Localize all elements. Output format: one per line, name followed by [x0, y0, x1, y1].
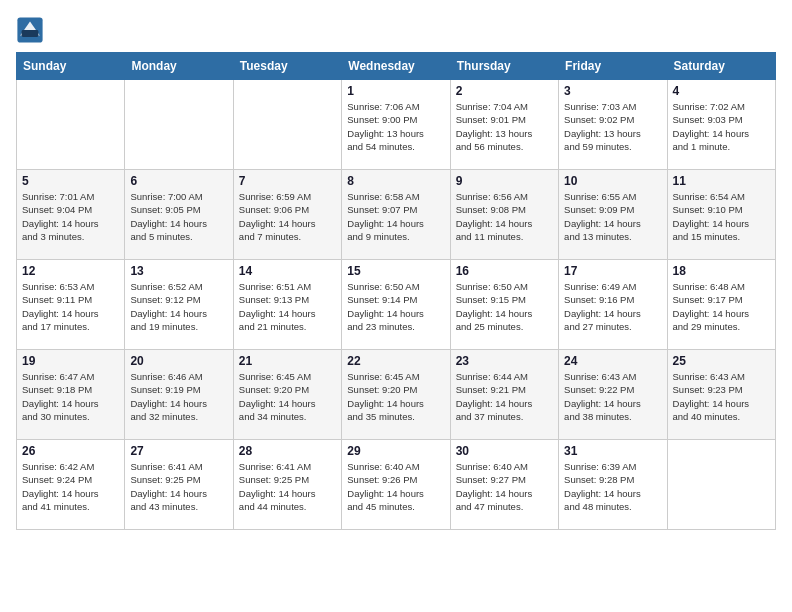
day-number: 14 [239, 264, 336, 278]
day-cell: 13Sunrise: 6:52 AMSunset: 9:12 PMDayligh… [125, 260, 233, 350]
day-cell: 19Sunrise: 6:47 AMSunset: 9:18 PMDayligh… [17, 350, 125, 440]
day-info: Sunrise: 7:00 AMSunset: 9:05 PMDaylight:… [130, 190, 227, 243]
day-number: 3 [564, 84, 661, 98]
day-info: Sunrise: 6:43 AMSunset: 9:22 PMDaylight:… [564, 370, 661, 423]
day-cell: 18Sunrise: 6:48 AMSunset: 9:17 PMDayligh… [667, 260, 775, 350]
day-number: 7 [239, 174, 336, 188]
page-header [16, 16, 776, 44]
day-cell: 11Sunrise: 6:54 AMSunset: 9:10 PMDayligh… [667, 170, 775, 260]
day-cell: 5Sunrise: 7:01 AMSunset: 9:04 PMDaylight… [17, 170, 125, 260]
day-info: Sunrise: 7:03 AMSunset: 9:02 PMDaylight:… [564, 100, 661, 153]
week-row-5: 26Sunrise: 6:42 AMSunset: 9:24 PMDayligh… [17, 440, 776, 530]
day-number: 4 [673, 84, 770, 98]
day-info: Sunrise: 6:59 AMSunset: 9:06 PMDaylight:… [239, 190, 336, 243]
day-info: Sunrise: 6:56 AMSunset: 9:08 PMDaylight:… [456, 190, 553, 243]
day-cell: 26Sunrise: 6:42 AMSunset: 9:24 PMDayligh… [17, 440, 125, 530]
day-cell: 27Sunrise: 6:41 AMSunset: 9:25 PMDayligh… [125, 440, 233, 530]
day-number: 24 [564, 354, 661, 368]
day-number: 2 [456, 84, 553, 98]
day-cell [233, 80, 341, 170]
day-number: 5 [22, 174, 119, 188]
day-info: Sunrise: 6:41 AMSunset: 9:25 PMDaylight:… [239, 460, 336, 513]
header-tuesday: Tuesday [233, 53, 341, 80]
day-info: Sunrise: 6:44 AMSunset: 9:21 PMDaylight:… [456, 370, 553, 423]
day-cell: 3Sunrise: 7:03 AMSunset: 9:02 PMDaylight… [559, 80, 667, 170]
week-row-1: 1Sunrise: 7:06 AMSunset: 9:00 PMDaylight… [17, 80, 776, 170]
day-info: Sunrise: 6:41 AMSunset: 9:25 PMDaylight:… [130, 460, 227, 513]
header-monday: Monday [125, 53, 233, 80]
day-info: Sunrise: 6:53 AMSunset: 9:11 PMDaylight:… [22, 280, 119, 333]
day-number: 6 [130, 174, 227, 188]
day-cell: 20Sunrise: 6:46 AMSunset: 9:19 PMDayligh… [125, 350, 233, 440]
day-number: 29 [347, 444, 444, 458]
calendar-header-row: SundayMondayTuesdayWednesdayThursdayFrid… [17, 53, 776, 80]
day-number: 23 [456, 354, 553, 368]
day-info: Sunrise: 7:01 AMSunset: 9:04 PMDaylight:… [22, 190, 119, 243]
day-number: 30 [456, 444, 553, 458]
day-info: Sunrise: 6:45 AMSunset: 9:20 PMDaylight:… [347, 370, 444, 423]
day-info: Sunrise: 7:06 AMSunset: 9:00 PMDaylight:… [347, 100, 444, 153]
day-cell [125, 80, 233, 170]
day-number: 16 [456, 264, 553, 278]
day-number: 25 [673, 354, 770, 368]
day-cell: 15Sunrise: 6:50 AMSunset: 9:14 PMDayligh… [342, 260, 450, 350]
day-info: Sunrise: 6:50 AMSunset: 9:14 PMDaylight:… [347, 280, 444, 333]
day-info: Sunrise: 6:48 AMSunset: 9:17 PMDaylight:… [673, 280, 770, 333]
day-number: 10 [564, 174, 661, 188]
day-info: Sunrise: 6:45 AMSunset: 9:20 PMDaylight:… [239, 370, 336, 423]
day-cell: 24Sunrise: 6:43 AMSunset: 9:22 PMDayligh… [559, 350, 667, 440]
day-cell: 31Sunrise: 6:39 AMSunset: 9:28 PMDayligh… [559, 440, 667, 530]
day-number: 12 [22, 264, 119, 278]
day-cell: 29Sunrise: 6:40 AMSunset: 9:26 PMDayligh… [342, 440, 450, 530]
header-saturday: Saturday [667, 53, 775, 80]
day-number: 19 [22, 354, 119, 368]
day-number: 21 [239, 354, 336, 368]
day-info: Sunrise: 6:51 AMSunset: 9:13 PMDaylight:… [239, 280, 336, 333]
header-thursday: Thursday [450, 53, 558, 80]
logo [16, 16, 48, 44]
week-row-2: 5Sunrise: 7:01 AMSunset: 9:04 PMDaylight… [17, 170, 776, 260]
day-cell: 22Sunrise: 6:45 AMSunset: 9:20 PMDayligh… [342, 350, 450, 440]
day-cell: 12Sunrise: 6:53 AMSunset: 9:11 PMDayligh… [17, 260, 125, 350]
day-number: 22 [347, 354, 444, 368]
day-number: 27 [130, 444, 227, 458]
day-cell: 23Sunrise: 6:44 AMSunset: 9:21 PMDayligh… [450, 350, 558, 440]
day-cell: 17Sunrise: 6:49 AMSunset: 9:16 PMDayligh… [559, 260, 667, 350]
day-number: 11 [673, 174, 770, 188]
day-cell: 16Sunrise: 6:50 AMSunset: 9:15 PMDayligh… [450, 260, 558, 350]
day-info: Sunrise: 6:39 AMSunset: 9:28 PMDaylight:… [564, 460, 661, 513]
day-cell: 1Sunrise: 7:06 AMSunset: 9:00 PMDaylight… [342, 80, 450, 170]
day-info: Sunrise: 6:49 AMSunset: 9:16 PMDaylight:… [564, 280, 661, 333]
day-info: Sunrise: 6:40 AMSunset: 9:26 PMDaylight:… [347, 460, 444, 513]
day-number: 13 [130, 264, 227, 278]
day-number: 17 [564, 264, 661, 278]
day-number: 8 [347, 174, 444, 188]
day-info: Sunrise: 6:52 AMSunset: 9:12 PMDaylight:… [130, 280, 227, 333]
day-info: Sunrise: 7:04 AMSunset: 9:01 PMDaylight:… [456, 100, 553, 153]
day-cell: 28Sunrise: 6:41 AMSunset: 9:25 PMDayligh… [233, 440, 341, 530]
day-cell: 30Sunrise: 6:40 AMSunset: 9:27 PMDayligh… [450, 440, 558, 530]
header-sunday: Sunday [17, 53, 125, 80]
day-cell: 10Sunrise: 6:55 AMSunset: 9:09 PMDayligh… [559, 170, 667, 260]
day-cell: 21Sunrise: 6:45 AMSunset: 9:20 PMDayligh… [233, 350, 341, 440]
header-friday: Friday [559, 53, 667, 80]
logo-icon [16, 16, 44, 44]
day-number: 1 [347, 84, 444, 98]
day-info: Sunrise: 6:58 AMSunset: 9:07 PMDaylight:… [347, 190, 444, 243]
day-info: Sunrise: 6:55 AMSunset: 9:09 PMDaylight:… [564, 190, 661, 243]
day-info: Sunrise: 6:50 AMSunset: 9:15 PMDaylight:… [456, 280, 553, 333]
day-cell [667, 440, 775, 530]
day-number: 18 [673, 264, 770, 278]
day-info: Sunrise: 6:43 AMSunset: 9:23 PMDaylight:… [673, 370, 770, 423]
day-cell: 7Sunrise: 6:59 AMSunset: 9:06 PMDaylight… [233, 170, 341, 260]
week-row-4: 19Sunrise: 6:47 AMSunset: 9:18 PMDayligh… [17, 350, 776, 440]
calendar: SundayMondayTuesdayWednesdayThursdayFrid… [16, 52, 776, 530]
day-number: 31 [564, 444, 661, 458]
day-cell: 8Sunrise: 6:58 AMSunset: 9:07 PMDaylight… [342, 170, 450, 260]
day-cell [17, 80, 125, 170]
day-info: Sunrise: 6:42 AMSunset: 9:24 PMDaylight:… [22, 460, 119, 513]
day-cell: 25Sunrise: 6:43 AMSunset: 9:23 PMDayligh… [667, 350, 775, 440]
day-number: 26 [22, 444, 119, 458]
svg-rect-2 [22, 30, 39, 37]
day-number: 15 [347, 264, 444, 278]
